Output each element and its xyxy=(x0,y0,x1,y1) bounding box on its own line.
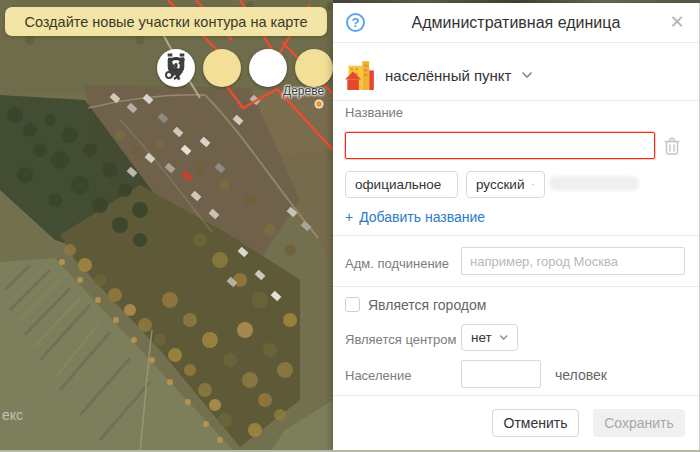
chevron-down-icon xyxy=(531,181,535,188)
map-editor-window: Создайте новые участки контура на карте xyxy=(0,0,700,452)
subordination-input[interactable] xyxy=(461,247,685,275)
is-city-label[interactable]: Является городом xyxy=(368,297,486,313)
subordination-label: Адм. подчинение xyxy=(345,256,449,271)
name-input[interactable] xyxy=(345,132,655,159)
name-kind-value: официальное xyxy=(355,177,441,192)
name-lang-select[interactable]: русский xyxy=(466,171,545,198)
name-lang-value: русский xyxy=(476,177,524,192)
plus-icon: + xyxy=(345,209,353,225)
panel-title: Административная единица xyxy=(373,3,659,43)
cancel-button[interactable]: Отменить xyxy=(492,409,579,437)
is-center-select[interactable]: нет xyxy=(461,324,518,351)
magnet-icon xyxy=(157,49,195,87)
map-watermark: екс xyxy=(2,407,23,423)
place-point-tool-button[interactable] xyxy=(249,49,287,87)
close-icon[interactable]: ✕ xyxy=(667,12,687,32)
population-unit-label: человек xyxy=(555,367,607,383)
chevron-down-icon xyxy=(521,71,533,79)
map-toolbar xyxy=(157,49,333,87)
population-input[interactable] xyxy=(461,360,541,388)
map-hint-tooltip: Создайте новые участки контура на карте xyxy=(5,7,327,36)
admin-unit-panel: ? Административная единица ✕ населённый … xyxy=(333,3,700,450)
population-label: Население xyxy=(345,368,411,383)
help-icon[interactable]: ? xyxy=(346,13,365,32)
add-name-label: Добавить название xyxy=(359,209,485,225)
faded-ghost-element xyxy=(549,176,639,191)
divider xyxy=(333,235,699,236)
panel-header: ? Административная единица ✕ xyxy=(333,3,699,43)
entity-type-label: населённый пункт xyxy=(385,67,511,84)
satellite-map[interactable]: Создайте новые участки контура на карте xyxy=(0,0,333,452)
divider xyxy=(333,395,699,396)
is-center-value: нет xyxy=(471,330,492,345)
place-marker-dot xyxy=(316,101,322,107)
chevron-down-icon xyxy=(499,334,508,341)
draw-contour-tool-button[interactable] xyxy=(203,49,241,87)
name-kind-select[interactable]: официальное xyxy=(345,171,458,198)
name-label: Название xyxy=(345,105,403,120)
is-city-checkbox[interactable] xyxy=(345,297,360,312)
trash-icon[interactable] xyxy=(663,136,681,156)
entity-type-selector[interactable]: населённый пункт xyxy=(345,55,533,95)
divider xyxy=(333,286,699,287)
magnet-tool-button[interactable] xyxy=(295,49,333,87)
divider xyxy=(333,100,699,101)
save-button[interactable]: Сохранить xyxy=(593,409,685,437)
is-center-label: Является центром xyxy=(345,332,456,347)
town-buildings-icon xyxy=(345,58,375,92)
add-name-link[interactable]: + Добавить название xyxy=(345,209,485,225)
